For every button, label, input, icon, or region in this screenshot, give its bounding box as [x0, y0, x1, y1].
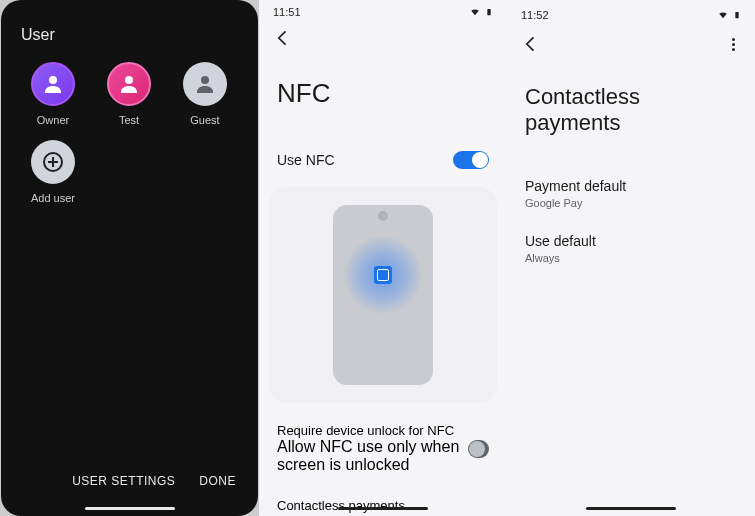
contactless-payments-row[interactable]: Contactless payments	[259, 484, 507, 516]
contactless-payments-panel: 11:52 Contactless payments Payment defau…	[507, 0, 755, 516]
user-label: Test	[119, 114, 139, 126]
clock: 11:51	[273, 6, 301, 18]
battery-icon	[485, 6, 493, 18]
use-default-row[interactable]: Use default Always	[507, 221, 755, 276]
use-nfc-row[interactable]: Use NFC	[259, 139, 507, 181]
user-guest[interactable]: Guest	[167, 62, 243, 126]
top-bar	[507, 24, 755, 64]
wifi-icon	[717, 10, 729, 20]
use-nfc-label: Use NFC	[277, 152, 335, 168]
back-icon[interactable]	[521, 34, 541, 54]
back-icon[interactable]	[273, 28, 293, 48]
payment-default-row[interactable]: Payment default Google Pay	[507, 166, 755, 221]
gesture-bar[interactable]	[338, 507, 428, 510]
avatar-owner-icon	[31, 62, 75, 106]
action-bar: USER SETTINGS DONE	[72, 474, 236, 488]
panel-title: User	[1, 0, 258, 62]
user-label: Guest	[190, 114, 219, 126]
svg-point-2	[201, 76, 209, 84]
wifi-icon	[469, 7, 481, 17]
svg-point-0	[49, 76, 57, 84]
add-user-icon	[31, 140, 75, 184]
avatar-guest-icon	[183, 62, 227, 106]
payment-default-value: Google Pay	[525, 197, 737, 209]
battery-icon	[733, 9, 741, 21]
use-default-value: Always	[525, 252, 737, 264]
add-user[interactable]: Add user	[15, 140, 91, 204]
user-label: Owner	[37, 114, 69, 126]
require-unlock-row[interactable]: Require device unlock for NFC Allow NFC …	[259, 409, 507, 484]
require-unlock-label: Require device unlock for NFC	[277, 423, 468, 438]
page-title: NFC	[259, 58, 507, 139]
nfc-settings-panel: 11:51 NFC Use NFC Require device unlock …	[259, 0, 507, 516]
user-test[interactable]: Test	[91, 62, 167, 126]
nfc-illustration	[269, 187, 497, 403]
user-owner[interactable]: Owner	[15, 62, 91, 126]
top-bar	[259, 18, 507, 58]
svg-rect-6	[487, 9, 490, 15]
user-switcher-panel: User Owner Test Guest Add user	[1, 0, 258, 516]
user-grid: Owner Test Guest Add user	[1, 62, 258, 218]
gesture-bar[interactable]	[586, 507, 676, 510]
payment-default-label: Payment default	[525, 178, 737, 194]
status-icons	[717, 9, 741, 21]
status-bar: 11:52	[507, 0, 755, 24]
phone-illustration-icon	[333, 205, 433, 385]
avatar-test-icon	[107, 62, 151, 106]
status-icons	[469, 6, 493, 18]
user-label: Add user	[31, 192, 75, 204]
svg-point-1	[125, 76, 133, 84]
require-unlock-toggle[interactable]	[468, 440, 489, 458]
contactless-label: Contactless payments	[277, 498, 489, 513]
use-default-label: Use default	[525, 233, 737, 249]
done-button[interactable]: DONE	[199, 474, 236, 488]
svg-rect-7	[735, 12, 738, 18]
use-nfc-toggle[interactable]	[453, 151, 489, 169]
require-unlock-sub: Allow NFC use only when screen is unlock…	[277, 438, 468, 474]
page-title: Contactless payments	[507, 64, 755, 166]
nfc-chip-icon	[374, 266, 392, 284]
gesture-bar[interactable]	[85, 507, 175, 510]
clock: 11:52	[521, 9, 549, 21]
overflow-menu-icon[interactable]	[725, 36, 741, 52]
user-settings-button[interactable]: USER SETTINGS	[72, 474, 175, 488]
nfc-glow-icon	[343, 235, 423, 315]
status-bar: 11:51	[259, 0, 507, 18]
